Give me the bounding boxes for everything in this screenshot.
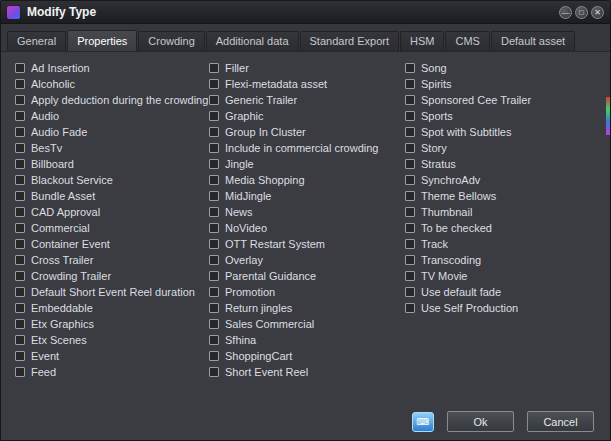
close-button[interactable]: ✕ bbox=[591, 6, 604, 19]
checkbox[interactable] bbox=[209, 191, 219, 201]
checkbox[interactable] bbox=[209, 287, 219, 297]
checkbox[interactable] bbox=[209, 367, 219, 377]
checkbox[interactable] bbox=[209, 111, 219, 121]
checkbox[interactable] bbox=[15, 239, 25, 249]
checkbox-row[interactable]: ShoppingCart bbox=[209, 348, 405, 364]
checkbox-row[interactable]: Default Short Event Reel duration bbox=[15, 284, 209, 300]
checkbox[interactable] bbox=[405, 63, 415, 73]
checkbox[interactable] bbox=[405, 95, 415, 105]
checkbox-row[interactable]: Audio Fade bbox=[15, 124, 209, 140]
checkbox[interactable] bbox=[209, 335, 219, 345]
tab-hsm[interactable]: HSM bbox=[400, 31, 444, 51]
checkbox-row[interactable]: Transcoding bbox=[405, 252, 531, 268]
ok-button[interactable]: Ok bbox=[447, 411, 514, 432]
checkbox[interactable] bbox=[405, 303, 415, 313]
checkbox[interactable] bbox=[209, 351, 219, 361]
checkbox[interactable] bbox=[209, 319, 219, 329]
checkbox[interactable] bbox=[405, 127, 415, 137]
checkbox-row[interactable]: TV Movie bbox=[405, 268, 531, 284]
checkbox-row[interactable]: Event bbox=[15, 348, 209, 364]
checkbox[interactable] bbox=[15, 223, 25, 233]
checkbox[interactable] bbox=[15, 175, 25, 185]
checkbox[interactable] bbox=[209, 95, 219, 105]
tab-crowding[interactable]: Crowding bbox=[138, 31, 204, 51]
checkbox[interactable] bbox=[405, 159, 415, 169]
tab-cms[interactable]: CMS bbox=[445, 31, 489, 51]
checkbox[interactable] bbox=[209, 79, 219, 89]
checkbox[interactable] bbox=[405, 143, 415, 153]
tab-general[interactable]: General bbox=[7, 31, 66, 51]
checkbox[interactable] bbox=[15, 207, 25, 217]
checkbox[interactable] bbox=[405, 79, 415, 89]
checkbox[interactable] bbox=[15, 319, 25, 329]
checkbox-row[interactable]: CAD Approval bbox=[15, 204, 209, 220]
checkbox[interactable] bbox=[15, 143, 25, 153]
checkbox[interactable] bbox=[209, 239, 219, 249]
checkbox-row[interactable]: MidJingle bbox=[209, 188, 405, 204]
checkbox-row[interactable]: Feed bbox=[15, 364, 209, 380]
checkbox[interactable] bbox=[209, 207, 219, 217]
checkbox-row[interactable]: Parental Guidance bbox=[209, 268, 405, 284]
checkbox[interactable] bbox=[209, 175, 219, 185]
checkbox[interactable] bbox=[405, 239, 415, 249]
checkbox-row[interactable]: Audio bbox=[15, 108, 209, 124]
checkbox-row[interactable]: Overlay bbox=[209, 252, 405, 268]
checkbox-row[interactable]: Alcoholic bbox=[15, 76, 209, 92]
checkbox-row[interactable]: Theme Bellows bbox=[405, 188, 531, 204]
checkbox[interactable] bbox=[15, 79, 25, 89]
checkbox-row[interactable]: Embeddable bbox=[15, 300, 209, 316]
checkbox-row[interactable]: Filler bbox=[209, 60, 405, 76]
checkbox-row[interactable]: Flexi-metadata asset bbox=[209, 76, 405, 92]
checkbox-row[interactable]: Story bbox=[405, 140, 531, 156]
checkbox-row[interactable]: Stratus bbox=[405, 156, 531, 172]
checkbox[interactable] bbox=[15, 95, 25, 105]
checkbox[interactable] bbox=[209, 159, 219, 169]
checkbox-row[interactable]: Spirits bbox=[405, 76, 531, 92]
checkbox-row[interactable]: OTT Restart System bbox=[209, 236, 405, 252]
checkbox[interactable] bbox=[405, 255, 415, 265]
checkbox[interactable] bbox=[209, 271, 219, 281]
checkbox[interactable] bbox=[209, 303, 219, 313]
checkbox-row[interactable]: Use default fade bbox=[405, 284, 531, 300]
checkbox-row[interactable]: News bbox=[209, 204, 405, 220]
checkbox[interactable] bbox=[405, 271, 415, 281]
checkbox-row[interactable]: Promotion bbox=[209, 284, 405, 300]
checkbox-row[interactable]: NoVideo bbox=[209, 220, 405, 236]
checkbox[interactable] bbox=[15, 367, 25, 377]
checkbox[interactable] bbox=[15, 111, 25, 121]
checkbox-row[interactable]: Spot with Subtitles bbox=[405, 124, 531, 140]
checkbox-row[interactable]: Song bbox=[405, 60, 531, 76]
checkbox[interactable] bbox=[15, 63, 25, 73]
checkbox-row[interactable]: Graphic bbox=[209, 108, 405, 124]
checkbox-row[interactable]: Return jingles bbox=[209, 300, 405, 316]
checkbox-row[interactable]: Ad Insertion bbox=[15, 60, 209, 76]
checkbox[interactable] bbox=[405, 111, 415, 121]
checkbox-row[interactable]: To be checked bbox=[405, 220, 531, 236]
tab-default-asset[interactable]: Default asset bbox=[491, 31, 575, 51]
titlebar[interactable]: Modify Type — □ ✕ bbox=[1, 1, 610, 24]
checkbox-row[interactable]: Track bbox=[405, 236, 531, 252]
checkbox[interactable] bbox=[405, 191, 415, 201]
checkbox[interactable] bbox=[209, 127, 219, 137]
checkbox[interactable] bbox=[209, 255, 219, 265]
checkbox-row[interactable]: Cross Trailer bbox=[15, 252, 209, 268]
checkbox[interactable] bbox=[209, 143, 219, 153]
checkbox[interactable] bbox=[15, 351, 25, 361]
checkbox-row[interactable]: Media Shopping bbox=[209, 172, 405, 188]
tab-properties[interactable]: Properties bbox=[67, 30, 137, 51]
checkbox-row[interactable]: Crowding Trailer bbox=[15, 268, 209, 284]
minimize-button[interactable]: — bbox=[559, 6, 572, 19]
checkbox-row[interactable]: BesTv bbox=[15, 140, 209, 156]
checkbox-row[interactable]: Apply deduction during the crowding bbox=[15, 92, 209, 108]
checkbox-row[interactable]: Generic Trailer bbox=[209, 92, 405, 108]
checkbox-row[interactable]: Commercial bbox=[15, 220, 209, 236]
checkbox-row[interactable]: Include in commercial crowding bbox=[209, 140, 405, 156]
checkbox[interactable] bbox=[209, 223, 219, 233]
checkbox[interactable] bbox=[209, 63, 219, 73]
checkbox-row[interactable]: Use Self Production bbox=[405, 300, 531, 316]
checkbox[interactable] bbox=[15, 159, 25, 169]
checkbox[interactable] bbox=[15, 191, 25, 201]
checkbox[interactable] bbox=[405, 207, 415, 217]
checkbox[interactable] bbox=[15, 303, 25, 313]
checkbox-row[interactable]: Container Event bbox=[15, 236, 209, 252]
